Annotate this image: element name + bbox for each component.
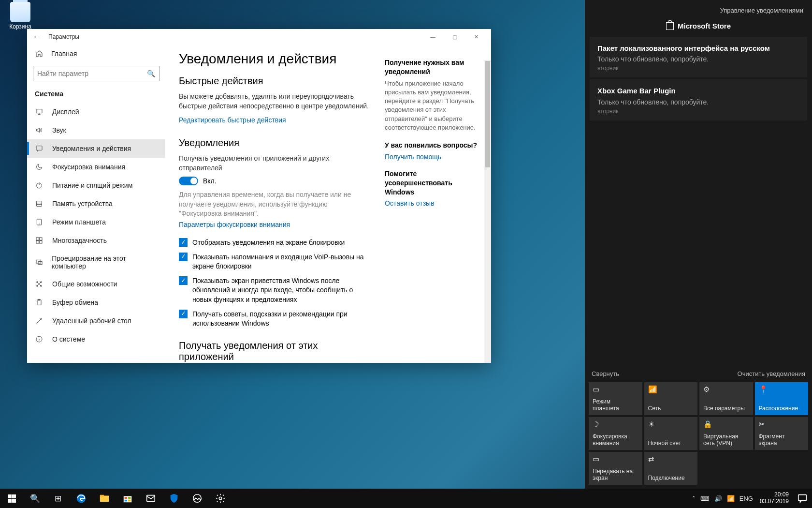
sidebar-item-label: Общие возможности	[52, 280, 117, 288]
sidebar-item-notifications[interactable]: Уведомления и действия	[27, 139, 165, 158]
action-center-button[interactable]	[793, 489, 812, 508]
notification-body: Только что обновлено, попробуйте.	[597, 55, 799, 63]
quick-action-focus[interactable]: ☽Фокусировка внимания	[589, 417, 642, 450]
edit-quick-actions-link[interactable]: Редактировать быстрые действия	[179, 116, 286, 124]
quick-action-connect[interactable]: ⇄Подключение	[644, 452, 698, 485]
sidebar-item-shared[interactable]: Общие возможности	[27, 275, 165, 293]
photos-button[interactable]	[186, 489, 209, 508]
get-help-link[interactable]: Получить помощь	[385, 153, 481, 161]
sidebar-item-focus[interactable]: Фокусировка внимания	[27, 158, 165, 176]
quick-action-cast[interactable]: ▭Передавать на экран	[589, 452, 642, 485]
connect-icon: ⇄	[648, 455, 694, 463]
search-input[interactable]	[37, 70, 147, 77]
back-button[interactable]: ←	[31, 32, 43, 41]
notification-0[interactable]: Пакет локализованного интерфейса на русс…	[590, 37, 807, 77]
quick-action-label: Подключение	[648, 475, 694, 482]
quick-actions-heading: Быстрые действия	[179, 75, 372, 87]
notification-title: Пакет локализованного интерфейса на русс…	[597, 44, 799, 53]
svg-rect-9	[40, 241, 42, 243]
aside-text-1: Чтобы приложение начало присылать вам ув…	[385, 79, 481, 132]
quick-action-snip[interactable]: ✂Фрагмент экрана	[755, 417, 809, 450]
notification-time: вторник	[597, 65, 799, 72]
svg-rect-23	[125, 497, 128, 499]
sidebar-item-storage[interactable]: Память устройства	[27, 194, 165, 213]
collapse-button[interactable]: Свернуть	[592, 370, 619, 377]
minimize-button[interactable]: —	[422, 30, 444, 44]
sidebar-item-tablet[interactable]: Режим планшета	[27, 213, 165, 231]
notifications-icon	[35, 144, 44, 153]
sidebar-item-label: Звук	[52, 126, 66, 134]
quick-action-vpn[interactable]: 🔒Виртуальная сеть (VPN)	[699, 417, 753, 450]
search-button[interactable]: 🔍	[23, 489, 46, 508]
tray-volume-icon[interactable]: 🔊	[714, 495, 722, 502]
close-button[interactable]: ✕	[465, 30, 487, 44]
feedback-link[interactable]: Оставить отзыв	[385, 199, 481, 207]
sidebar-item-about[interactable]: О системе	[27, 330, 165, 348]
manage-notifications-link[interactable]: Управление уведомлениями	[585, 0, 812, 18]
clear-notifications-button[interactable]: Очистить уведомления	[738, 370, 805, 377]
display-icon	[35, 107, 44, 116]
checkbox-label-0: Отображать уведомления на экране блокиро…	[192, 238, 345, 248]
sidebar-item-multitask[interactable]: Многозадачность	[27, 231, 165, 250]
search-box[interactable]: 🔍	[33, 66, 160, 81]
taskbar-date: 03.07.2019	[760, 498, 789, 505]
sidebar-home[interactable]: Главная	[27, 45, 165, 63]
checkbox-2[interactable]: ✓	[179, 276, 188, 285]
quick-action-label: Все параметры	[703, 405, 749, 412]
focus-assist-link[interactable]: Параметры фокусировки внимания	[179, 221, 290, 228]
tray-chevron-icon[interactable]: ˄	[692, 495, 696, 502]
checkbox-3[interactable]: ✓	[179, 310, 188, 318]
settings-button[interactable]	[209, 489, 232, 508]
maximize-button[interactable]: ▢	[444, 30, 465, 44]
sidebar-item-project[interactable]: Проецирование на этот компьютер	[27, 250, 165, 275]
task-view-button[interactable]: ⊞	[46, 489, 70, 508]
settings-icon: ⚙	[703, 385, 749, 394]
system-tray[interactable]: ˄ ⌨ 🔊 📶 ENG	[689, 495, 756, 502]
checkbox-0[interactable]: ✓	[179, 238, 188, 247]
svg-rect-30	[798, 495, 807, 501]
tray-keyboard-icon[interactable]: ⌨	[700, 495, 710, 502]
window-title: Параметры	[48, 33, 79, 40]
tray-language[interactable]: ENG	[740, 495, 753, 502]
recycle-bin[interactable]: Корзина	[6, 2, 35, 30]
toggle-state-label: Вкл.	[203, 177, 217, 185]
sidebar-item-power[interactable]: Питание и спящий режим	[27, 176, 165, 194]
taskbar-time: 20:09	[760, 492, 789, 498]
mail-button[interactable]	[139, 489, 162, 508]
tray-network-icon[interactable]: 📶	[727, 495, 735, 502]
power-icon	[35, 181, 44, 190]
project-icon	[35, 258, 43, 267]
svg-point-29	[219, 497, 222, 500]
scrollbar[interactable]	[484, 60, 491, 363]
quick-action-label: Виртуальная сеть (VPN)	[703, 433, 749, 447]
quick-action-label: Передавать на экран	[593, 468, 638, 482]
edge-button[interactable]	[70, 489, 93, 508]
checkbox-1[interactable]: ✓	[179, 253, 188, 261]
store-button[interactable]	[116, 489, 139, 508]
quick-actions-grid: ▭Режим планшета📶Сеть⚙Все параметры📍Распо…	[585, 380, 812, 489]
sidebar-item-display[interactable]: Дисплей	[27, 103, 165, 121]
explorer-button[interactable]	[93, 489, 116, 508]
shared-icon	[35, 280, 44, 288]
notification-1[interactable]: Xbox Game Bar PluginТолько что обновлено…	[590, 79, 807, 120]
notifications-heading: Уведомления	[179, 137, 372, 149]
remote-icon	[35, 316, 44, 325]
quick-action-network[interactable]: 📶Сеть	[644, 382, 698, 415]
sidebar-item-sound[interactable]: Звук	[27, 121, 165, 139]
taskbar-clock[interactable]: 20:09 03.07.2019	[756, 492, 793, 505]
quick-action-location[interactable]: 📍Расположение	[755, 382, 809, 415]
notifications-toggle[interactable]	[179, 177, 198, 185]
security-button[interactable]	[162, 489, 186, 508]
svg-rect-21	[100, 495, 104, 497]
start-button[interactable]	[0, 489, 23, 508]
quick-action-settings[interactable]: ⚙Все параметры	[699, 382, 753, 415]
sidebar-item-remote[interactable]: Удаленный рабочий стол	[27, 312, 165, 330]
quick-action-nightlight[interactable]: ☀Ночной свет	[644, 417, 698, 450]
sidebar-item-label: Уведомления и действия	[52, 145, 131, 152]
snip-icon: ✂	[759, 420, 805, 429]
nightlight-icon: ☀	[648, 420, 694, 429]
sidebar-item-clipboard[interactable]: Буфер обмена	[27, 293, 165, 312]
quick-action-tablet[interactable]: ▭Режим планшета	[589, 382, 642, 415]
titlebar: ← Параметры — ▢ ✕	[27, 29, 491, 45]
notification-app-name: Microsoft Store	[678, 22, 731, 30]
